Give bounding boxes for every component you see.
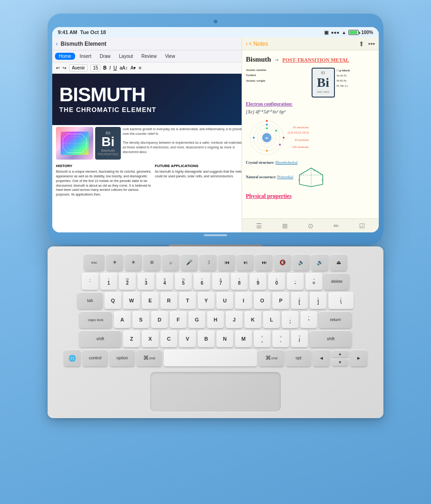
redo-icon[interactable]: ↪: [63, 65, 66, 70]
key-brightness-up[interactable]: ☀: [125, 254, 142, 271]
key-l[interactable]: L: [263, 311, 280, 328]
key-x[interactable]: X: [142, 330, 159, 347]
tab-home[interactable]: Home: [55, 53, 75, 60]
key-arrow-left[interactable]: ◀: [313, 350, 330, 366]
key-4[interactable]: $4: [156, 273, 173, 290]
key-cmd-right[interactable]: ⌘cmd: [259, 350, 284, 366]
key-r[interactable]: R: [160, 292, 177, 309]
key-8[interactable]: *8: [231, 273, 248, 290]
key-w[interactable]: W: [123, 292, 140, 309]
key-rbracket[interactable]: }]: [310, 292, 327, 309]
key-c[interactable]: C: [160, 330, 177, 347]
key-o[interactable]: O: [254, 292, 271, 309]
key-7[interactable]: &7: [212, 273, 229, 290]
key-moon[interactable]: ☽: [200, 254, 216, 271]
key-0[interactable]: )0: [268, 273, 285, 290]
key-shift-right[interactable]: shift: [310, 330, 352, 347]
notes-check-icon[interactable]: ☑: [359, 222, 365, 230]
key-mission-control[interactable]: ⊞: [144, 254, 160, 271]
key-p[interactable]: P: [272, 292, 289, 309]
key-semicolon[interactable]: :;: [282, 311, 299, 328]
key-a[interactable]: A: [114, 311, 131, 328]
text-color-button[interactable]: A▾: [131, 65, 136, 70]
key-vol-up[interactable]: 🔊: [312, 254, 328, 271]
key-tab[interactable]: tab: [77, 292, 103, 309]
key-h[interactable]: H: [207, 311, 224, 328]
key-caps-lock[interactable]: caps lock: [79, 311, 112, 328]
bold-button[interactable]: B: [103, 65, 106, 70]
tab-draw[interactable]: Draw: [96, 53, 114, 60]
key-backslash[interactable]: |\: [328, 292, 354, 309]
key-g[interactable]: G: [188, 311, 205, 328]
list-button[interactable]: ≡: [139, 65, 141, 70]
key-v[interactable]: V: [179, 330, 196, 347]
key-fast-forward[interactable]: ⏭: [256, 254, 272, 271]
italic-button[interactable]: I: [110, 65, 111, 70]
key-z[interactable]: Z: [123, 330, 140, 347]
key-rewind[interactable]: ⏮: [218, 254, 235, 271]
pages-back-button[interactable]: ‹: [56, 41, 58, 47]
key-2[interactable]: @2: [119, 273, 136, 290]
font-size[interactable]: 15: [90, 64, 100, 71]
key-option-right[interactable]: opt: [286, 350, 311, 366]
key-cmd-left[interactable]: ⌘cmd: [137, 350, 162, 366]
key-n[interactable]: N: [216, 330, 233, 347]
key-y[interactable]: Y: [198, 292, 215, 309]
notes-pen-icon[interactable]: ✏: [334, 222, 339, 230]
key-i[interactable]: I: [235, 292, 252, 309]
notes-back-button[interactable]: ‹ < Notes: [246, 41, 268, 47]
trackpad[interactable]: [150, 372, 281, 412]
key-s[interactable]: S: [132, 311, 149, 328]
key-m[interactable]: M: [235, 330, 252, 347]
key-f[interactable]: F: [170, 311, 187, 328]
key-9[interactable]: (9: [250, 273, 266, 290]
key-shift-left[interactable]: shift: [79, 330, 121, 347]
key-t[interactable]: T: [179, 292, 196, 309]
key-minus[interactable]: _-: [287, 273, 304, 290]
key-arrow-down[interactable]: ▼: [332, 358, 348, 366]
key-equals[interactable]: +=: [306, 273, 322, 290]
key-lbracket[interactable]: {[: [291, 292, 308, 309]
key-period[interactable]: >.: [272, 330, 289, 347]
key-return[interactable]: return: [319, 311, 352, 328]
key-control[interactable]: control: [83, 350, 108, 366]
key-q[interactable]: Q: [104, 292, 121, 309]
key-esc[interactable]: esc: [84, 254, 104, 271]
key-search[interactable]: ⌕: [162, 254, 179, 271]
key-quote[interactable]: "': [300, 311, 317, 328]
key-arrow-up[interactable]: ▲: [332, 350, 348, 357]
undo-icon[interactable]: ↩: [56, 65, 60, 70]
text-size-button[interactable]: aA↕: [120, 65, 128, 70]
key-6[interactable]: ^6: [194, 273, 210, 290]
underline-button[interactable]: U: [113, 65, 117, 70]
key-e[interactable]: E: [142, 292, 159, 309]
key-option-left[interactable]: option: [110, 350, 135, 366]
key-vol-down[interactable]: 🔉: [293, 254, 310, 271]
key-d[interactable]: D: [151, 311, 168, 328]
notes-list-icon[interactable]: ☰: [256, 222, 262, 230]
key-space[interactable]: [164, 350, 257, 366]
key-mute[interactable]: 🔇: [274, 254, 291, 271]
key-u[interactable]: U: [216, 292, 233, 309]
key-comma[interactable]: <,: [254, 330, 271, 347]
key-j[interactable]: J: [226, 311, 243, 328]
key-arrow-right[interactable]: ▶: [350, 350, 367, 366]
key-brightness-down[interactable]: ☀: [106, 254, 123, 271]
key-5[interactable]: %5: [175, 273, 192, 290]
key-play-pause[interactable]: ⏯: [237, 254, 254, 271]
key-lock[interactable]: ⏏: [330, 254, 347, 271]
key-delete[interactable]: delete: [324, 273, 349, 290]
notes-share-icon[interactable]: ⬆: [359, 40, 364, 48]
font-selector[interactable]: Avenir: [69, 64, 88, 71]
notes-camera-icon[interactable]: ⊙: [308, 222, 313, 230]
key-3[interactable]: #3: [138, 273, 154, 290]
notes-table-icon[interactable]: ⊞: [282, 222, 288, 230]
key-mic[interactable]: 🎤: [181, 254, 198, 271]
notes-more-icon[interactable]: •••: [368, 40, 375, 48]
key-backtick[interactable]: ~`: [82, 273, 98, 290]
key-slash[interactable]: ?/: [291, 330, 308, 347]
key-1[interactable]: !1: [100, 273, 117, 290]
tab-review[interactable]: Review: [138, 53, 160, 60]
key-b[interactable]: B: [198, 330, 215, 347]
tab-insert[interactable]: Insert: [76, 53, 95, 60]
